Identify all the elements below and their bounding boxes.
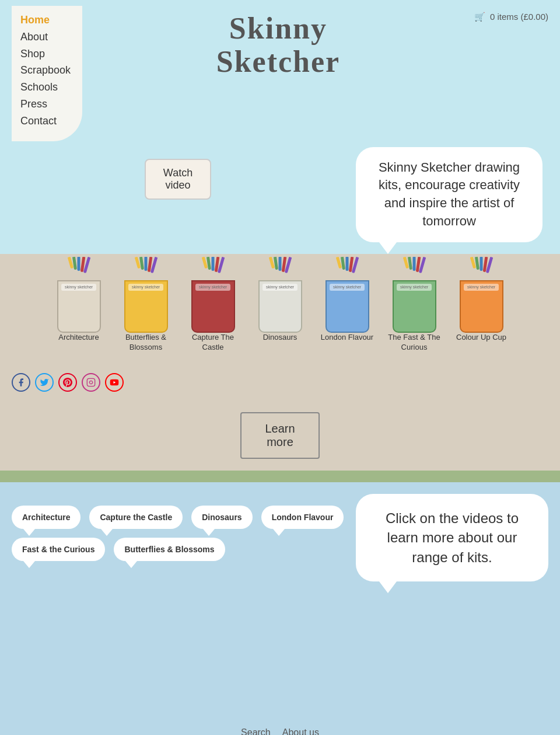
footer-search-link[interactable]: Search — [241, 727, 271, 735]
product-item[interactable]: skinny sketcher London Flavour — [315, 266, 379, 353]
product-name: London Flavour — [315, 333, 379, 343]
product-name: Architecture — [47, 333, 111, 343]
product-cup: skinny sketcher — [382, 266, 446, 333]
logo-line2: Sketcher — [82, 45, 474, 78]
footer-links: Search About us — [12, 727, 548, 735]
kit-bubble[interactable]: Butterflies & Blossoms — [114, 538, 225, 561]
product-name: Colour Up Cup — [449, 333, 513, 343]
kit-bubble[interactable]: Fast & the Curious — [12, 538, 105, 561]
navigation: Home About Shop Scrapbook Schools Press … — [12, 6, 82, 141]
section-divider — [0, 471, 560, 482]
video-speech-bubble: Click on the videos to learn more about … — [356, 494, 548, 582]
product-item[interactable]: skinny sketcher Dinosaurs — [248, 266, 312, 353]
cart-icon: 🛒 — [474, 12, 485, 22]
product-cup: skinny sketcher — [114, 266, 178, 333]
social-section: Learn more — [0, 364, 560, 471]
kit-bubble[interactable]: Capture the Castle — [89, 506, 183, 529]
footer-about-link[interactable]: About us — [282, 727, 319, 735]
kit-bubble[interactable]: Architecture — [12, 506, 80, 529]
learn-more-area: Learn more — [0, 400, 560, 471]
svg-rect-0 — [87, 378, 94, 386]
product-cup: skinny sketcher — [449, 266, 513, 333]
nav-home[interactable]: Home — [20, 12, 71, 29]
videos-right: Click on the videos to learn more about … — [356, 494, 548, 704]
products-section: skinny sketcher Architecture skinny sket… — [0, 254, 560, 364]
kit-bubble[interactable]: Dinosaurs — [191, 506, 252, 529]
hero-left: Watch video — [12, 147, 344, 211]
cart[interactable]: 🛒 0 items (£0.00) — [474, 6, 548, 22]
product-item[interactable]: skinny sketcher Architecture — [47, 266, 111, 353]
product-cup: skinny sketcher — [248, 266, 312, 333]
watch-video-button[interactable]: Watch video — [145, 159, 211, 200]
videos-left: ArchitectureCapture the CastleDinosaursL… — [12, 494, 344, 704]
videos-section: ArchitectureCapture the CastleDinosaursL… — [0, 482, 560, 716]
social-row — [0, 364, 560, 400]
product-item[interactable]: skinny sketcher Butterflies & Blossoms — [114, 266, 178, 353]
nav-schools[interactable]: Schools — [20, 79, 71, 96]
hero-right: Skinny Sketcher drawing kits, encourage … — [356, 147, 548, 242]
video-bubble-text: Click on the videos to learn more about … — [386, 510, 519, 565]
twitter-icon[interactable] — [35, 373, 54, 392]
product-name: The Fast & The Curious — [382, 333, 446, 353]
learn-more-button[interactable]: Learn more — [240, 412, 319, 459]
product-name: Butterflies & Blossoms — [114, 333, 178, 353]
instagram-icon[interactable] — [82, 373, 100, 392]
nav-about[interactable]: About — [20, 29, 71, 46]
hero-bubble-text: Skinny Sketcher drawing kits, encourage … — [379, 160, 520, 228]
product-cup: skinny sketcher — [47, 266, 111, 333]
pinterest-icon[interactable] — [58, 373, 77, 392]
nav-shop[interactable]: Shop — [20, 46, 71, 62]
products-row: skinny sketcher Architecture skinny sket… — [6, 266, 554, 353]
facebook-icon[interactable] — [12, 373, 30, 392]
hero-section: Watch video Skinny Sketcher drawing kits… — [0, 147, 560, 254]
site-title: Skinny Sketcher — [82, 12, 474, 78]
nav-press[interactable]: Press — [20, 96, 71, 113]
product-item[interactable]: skinny sketcher The Fast & The Curious — [382, 266, 446, 353]
product-cup: skinny sketcher — [181, 266, 245, 333]
footer: Search About us AMEX Apple Pay MC PP ⬛ P… — [0, 716, 560, 735]
header: Home About Shop Scrapbook Schools Press … — [0, 0, 560, 147]
hero-speech-bubble: Skinny Sketcher drawing kits, encourage … — [356, 147, 542, 242]
nav-scrapbook[interactable]: Scrapbook — [20, 62, 71, 79]
product-cup: skinny sketcher — [315, 266, 379, 333]
cart-label: 0 items (£0.00) — [490, 12, 548, 22]
kit-bubbles: ArchitectureCapture the CastleDinosaursL… — [12, 494, 344, 573]
product-item[interactable]: skinny sketcher Capture The Castle — [181, 266, 245, 353]
product-name: Capture The Castle — [181, 333, 245, 353]
youtube-icon[interactable] — [105, 373, 124, 392]
logo-line1: Skinny — [82, 12, 474, 45]
product-item[interactable]: skinny sketcher Colour Up Cup — [449, 266, 513, 353]
logo: Skinny Sketcher — [82, 6, 474, 78]
product-name: Dinosaurs — [248, 333, 312, 343]
nav-contact[interactable]: Contact — [20, 113, 71, 130]
kit-bubble[interactable]: London Flavour — [261, 506, 344, 529]
